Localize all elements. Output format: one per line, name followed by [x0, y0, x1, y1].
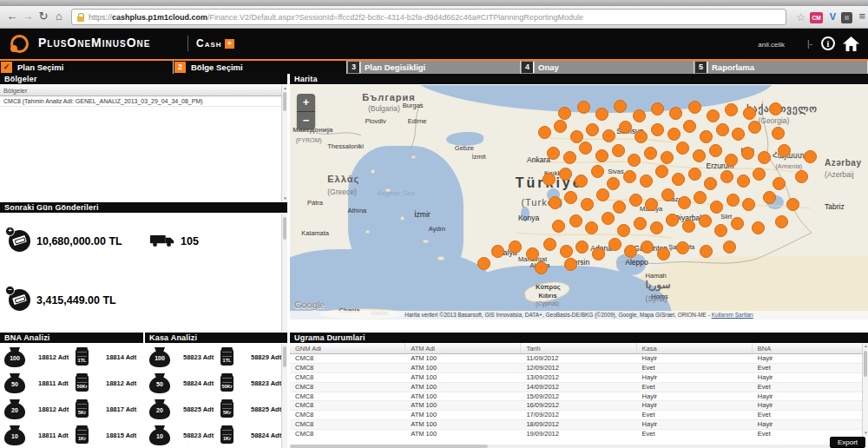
atm-marker[interactable]: [635, 130, 648, 143]
atm-marker[interactable]: [727, 194, 740, 207]
browser-menu-icon[interactable]: ≡: [858, 10, 865, 23]
terms-link[interactable]: Kullanım Şartları: [712, 312, 753, 318]
atm-marker[interactable]: [645, 198, 658, 211]
ugrama-column-header[interactable]: GNM Adi: [290, 343, 405, 353]
tab-plan-se-imi[interactable]: ✓Plan Seçimi: [0, 61, 174, 74]
atm-marker[interactable]: [714, 224, 727, 237]
atm-marker[interactable]: [559, 168, 572, 181]
browser-home-icon[interactable]: ⌂: [52, 9, 66, 24]
atm-marker[interactable]: [547, 147, 560, 160]
atm-marker[interactable]: [535, 261, 548, 274]
atm-marker[interactable]: [640, 175, 653, 188]
atm-marker[interactable]: [477, 257, 490, 270]
atm-marker[interactable]: [575, 240, 589, 254]
atm-marker[interactable]: [509, 240, 522, 254]
ugrama-row[interactable]: CMC8ATM 10011/09/2012HayirHayir: [290, 354, 868, 364]
atm-marker[interactable]: [564, 258, 577, 271]
username[interactable]: anil.celik: [758, 41, 785, 49]
atm-marker[interactable]: [592, 247, 605, 260]
atm-marker[interactable]: [661, 151, 674, 164]
atm-marker[interactable]: [634, 217, 647, 230]
atm-marker[interactable]: [602, 129, 615, 142]
atm-marker[interactable]: [607, 177, 620, 190]
tab-b-lge-se-imi[interactable]: 2Bölge Seçimi: [174, 61, 347, 74]
ssl-lock-icon[interactable]: [77, 16, 84, 22]
ugrama-row[interactable]: CMC8ATM 10019/09/2012EvetEvet: [290, 430, 868, 437]
atm-marker[interactable]: [758, 151, 771, 164]
extension-v-icon[interactable]: V: [830, 11, 836, 22]
region-row[interactable]: CMC8 (Tahmin Analiz Adi: GENEL_ANALIZ_20…: [0, 96, 281, 107]
ugrama-row[interactable]: CMC8ATM 10016/09/2012HayirHayir: [290, 401, 868, 411]
atm-marker[interactable]: [688, 168, 701, 181]
atm-marker[interactable]: [804, 150, 817, 163]
atm-marker[interactable]: [577, 101, 590, 114]
atm-marker[interactable]: [612, 144, 625, 157]
bolgeler-scrollbar[interactable]: ▲▼: [281, 85, 287, 202]
ugrama-row[interactable]: CMC8ATM 10014/09/2012EvetEvet: [290, 383, 868, 392]
atm-marker[interactable]: [725, 154, 738, 167]
atm-marker[interactable]: [633, 109, 646, 122]
atm-marker[interactable]: [743, 107, 756, 120]
atm-marker[interactable]: [655, 165, 668, 178]
atm-marker[interactable]: [619, 121, 632, 134]
atm-marker[interactable]: [795, 170, 808, 183]
atm-marker[interactable]: [732, 128, 745, 141]
atm-marker[interactable]: [554, 120, 567, 133]
atm-marker[interactable]: [737, 175, 750, 188]
atm-marker[interactable]: [773, 177, 786, 190]
atm-marker[interactable]: [526, 247, 539, 260]
atm-marker[interactable]: [678, 196, 691, 209]
atm-marker[interactable]: [538, 126, 551, 139]
atm-marker[interactable]: [614, 100, 627, 113]
atm-marker[interactable]: [666, 214, 679, 227]
atm-marker[interactable]: [491, 245, 504, 258]
atm-marker[interactable]: [624, 245, 637, 258]
address-bar[interactable]: https://cashplus.p1m1cloud.com/Finance.V…: [71, 9, 786, 25]
zoom-in-button[interactable]: +: [297, 94, 315, 111]
atm-marker[interactable]: [613, 201, 626, 214]
atm-marker[interactable]: [644, 147, 657, 160]
tab-onay[interactable]: 4Onay: [521, 61, 694, 74]
atm-marker[interactable]: [672, 173, 685, 186]
forward-icon[interactable]: →: [21, 9, 35, 24]
atm-marker[interactable]: [579, 142, 592, 155]
ugrama-column-header[interactable]: Kasa: [637, 343, 753, 353]
zoom-out-button[interactable]: −: [297, 111, 315, 128]
atm-marker[interactable]: [651, 123, 664, 136]
kasa-scrollbar[interactable]: [281, 344, 287, 448]
atm-marker[interactable]: [575, 175, 588, 188]
atm-marker[interactable]: [725, 103, 738, 116]
atm-marker[interactable]: [667, 128, 681, 141]
atm-marker[interactable]: [549, 196, 562, 209]
home-icon[interactable]: [843, 36, 859, 51]
back-icon[interactable]: ←: [5, 9, 19, 24]
atm-marker[interactable]: [700, 130, 713, 143]
map-zoom-control[interactable]: + −: [297, 94, 315, 129]
atm-marker[interactable]: [585, 221, 598, 234]
atm-marker[interactable]: [752, 221, 765, 234]
tab-raporlama[interactable]: 5Raporlama: [694, 61, 868, 74]
atm-marker[interactable]: [683, 120, 696, 133]
ugrama-row[interactable]: CMC8ATM 10013/09/2012HayirHayir: [290, 373, 868, 383]
atm-marker[interactable]: [563, 151, 576, 164]
atm-marker[interactable]: [650, 221, 663, 234]
atm-marker[interactable]: [731, 217, 744, 230]
atm-marker[interactable]: [742, 198, 755, 211]
bookmark-star-icon[interactable]: ☆: [796, 11, 806, 23]
atm-marker[interactable]: [778, 144, 791, 157]
atm-marker[interactable]: [661, 188, 674, 201]
ugrama-row[interactable]: CMC8ATM 10012/09/2012EvetEvet: [290, 364, 868, 373]
atm-marker[interactable]: [595, 108, 608, 121]
ugrama-vscrollbar[interactable]: ▲▼: [862, 343, 868, 437]
atm-marker[interactable]: [581, 198, 594, 211]
export-button[interactable]: Export: [830, 437, 865, 448]
atm-marker[interactable]: [602, 212, 615, 225]
atm-marker[interactable]: [657, 247, 670, 260]
ugrama-hscrollbar[interactable]: [290, 445, 858, 448]
atm-marker[interactable]: [694, 191, 707, 204]
atm-marker[interactable]: [716, 123, 729, 136]
atm-marker[interactable]: [570, 130, 583, 143]
atm-marker[interactable]: [542, 173, 556, 186]
atm-marker[interactable]: [741, 147, 754, 160]
atm-marker[interactable]: [748, 121, 761, 134]
